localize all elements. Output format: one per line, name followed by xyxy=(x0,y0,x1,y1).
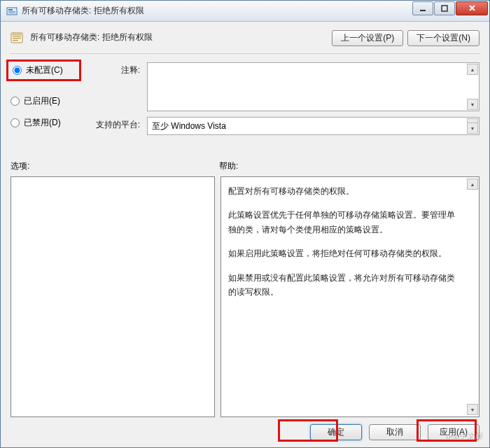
minimize-icon xyxy=(419,5,426,12)
next-setting-button[interactable]: 下一个设置(N) xyxy=(407,30,479,46)
window-controls xyxy=(412,4,488,18)
policy-icon xyxy=(10,31,23,44)
platform-label: 支持的平台: xyxy=(91,117,140,131)
help-pane: 配置对所有可移动存储类的权限。 此策略设置优先于任何单独的可移动存储策略设置。要… xyxy=(220,176,479,417)
window-title: 所有可移动存储类: 拒绝所有权限 xyxy=(22,5,412,17)
platform-value: 至少 Windows Vista xyxy=(152,120,226,132)
svg-rect-4 xyxy=(420,10,426,11)
radio-enabled[interactable]: 已启用(E) xyxy=(10,95,77,107)
radio-disabled-label: 已禁用(D) xyxy=(24,117,61,129)
options-pane xyxy=(10,176,215,417)
svg-rect-10 xyxy=(13,38,21,38)
app-icon xyxy=(6,6,18,17)
close-button[interactable] xyxy=(456,1,488,15)
radio-enabled-input[interactable] xyxy=(10,97,20,106)
maximize-icon xyxy=(441,5,448,12)
radio-disabled[interactable]: 已禁用(D) xyxy=(10,117,77,129)
options-label: 选项: xyxy=(10,160,219,172)
highlight-unconfigured: 未配置(C) xyxy=(6,59,81,81)
scroll-down-icon[interactable]: ▼ xyxy=(467,122,478,134)
prev-setting-button[interactable]: 上一个设置(P) xyxy=(332,30,403,46)
close-icon xyxy=(468,4,476,12)
radio-enabled-label: 已启用(E) xyxy=(24,95,60,107)
radio-unconfigured[interactable]: 未配置(C) xyxy=(13,64,75,76)
help-text: 此策略设置优先于任何单独的可移动存储策略设置。要管理单独的类，请对每个类使用相应… xyxy=(228,208,462,237)
help-text: 配置对所有可移动存储类的权限。 xyxy=(228,184,462,198)
svg-rect-12 xyxy=(11,33,22,35)
scroll-up-icon[interactable]: ▲ xyxy=(467,178,478,190)
scroll-down-icon[interactable]: ▼ xyxy=(467,99,478,110)
radio-disabled-input[interactable] xyxy=(10,118,20,127)
ok-button[interactable]: 确定 xyxy=(310,424,362,440)
svg-rect-5 xyxy=(442,6,447,11)
scroll-down-icon[interactable]: ▼ xyxy=(467,404,478,415)
svg-rect-3 xyxy=(8,13,15,13)
scroll-up-icon[interactable]: ▲ xyxy=(467,64,478,75)
cancel-button[interactable]: 取消 xyxy=(369,424,421,440)
platform-box: 至少 Windows Vista ▲ ▼ xyxy=(147,117,479,135)
titlebar: 所有可移动存储类: 拒绝所有权限 xyxy=(1,1,489,22)
svg-rect-9 xyxy=(13,36,21,36)
policy-title: 所有可移动存储类: 拒绝所有权限 xyxy=(30,30,153,43)
svg-rect-2 xyxy=(8,11,15,12)
maximize-button[interactable] xyxy=(434,1,455,15)
svg-rect-11 xyxy=(13,40,18,41)
help-text: 如果启用此策略设置，将拒绝对任何可移动存储类的权限。 xyxy=(228,246,462,260)
help-label: 帮助: xyxy=(219,160,238,172)
watermark: php中文网 xyxy=(447,431,482,442)
comment-textarea[interactable]: ▲ ▼ xyxy=(147,62,479,111)
svg-rect-1 xyxy=(8,9,13,10)
help-text: 如果禁用或没有配置此策略设置，将允许对所有可移动存储类的读写权限。 xyxy=(228,271,462,300)
radio-unconfigured-label: 未配置(C) xyxy=(26,64,63,76)
divider xyxy=(10,53,479,54)
comment-label: 注释: xyxy=(91,62,140,76)
minimize-button[interactable] xyxy=(412,1,433,15)
radio-unconfigured-input[interactable] xyxy=(13,66,22,75)
